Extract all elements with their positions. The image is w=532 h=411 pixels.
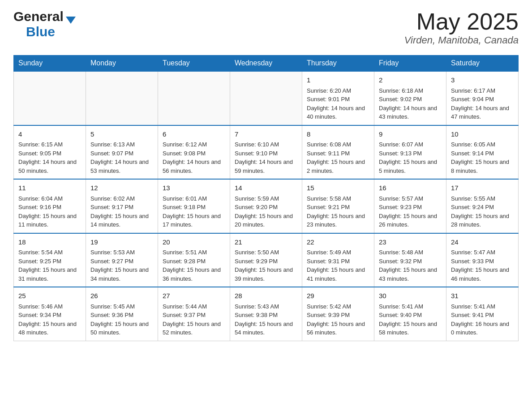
col-header-monday: Monday [86,56,158,72]
day-info: Sunrise: 5:42 AM Sunset: 9:39 PM Dayligh… [307,302,369,337]
day-info: Sunrise: 6:13 AM Sunset: 9:07 PM Dayligh… [90,140,153,175]
day-number: 26 [90,291,153,301]
week-row-1: 1Sunrise: 6:20 AM Sunset: 9:01 PM Daylig… [14,71,519,125]
day-info: Sunrise: 5:53 AM Sunset: 9:27 PM Dayligh… [90,248,153,283]
day-cell: 19Sunrise: 5:53 AM Sunset: 9:27 PM Dayli… [86,233,158,287]
week-row-4: 18Sunrise: 5:54 AM Sunset: 9:25 PM Dayli… [14,233,519,287]
day-info: Sunrise: 6:05 AM Sunset: 9:14 PM Dayligh… [451,140,514,175]
day-info: Sunrise: 6:10 AM Sunset: 9:10 PM Dayligh… [235,140,297,175]
day-info: Sunrise: 5:50 AM Sunset: 9:29 PM Dayligh… [235,248,297,283]
logo-general-text: General [13,9,64,24]
day-number: 31 [451,291,514,301]
day-cell: 28Sunrise: 5:43 AM Sunset: 9:38 PM Dayli… [230,287,302,341]
day-cell: 14Sunrise: 5:59 AM Sunset: 9:20 PM Dayli… [230,179,302,233]
day-number: 24 [451,237,514,248]
day-number: 30 [379,291,442,301]
day-number: 21 [235,237,297,248]
day-cell: 7Sunrise: 6:10 AM Sunset: 9:10 PM Daylig… [230,125,302,180]
day-info: Sunrise: 6:04 AM Sunset: 9:16 PM Dayligh… [18,194,81,229]
day-number: 14 [235,183,297,193]
day-cell: 10Sunrise: 6:05 AM Sunset: 9:14 PM Dayli… [446,125,519,180]
day-cell: 15Sunrise: 5:58 AM Sunset: 9:21 PM Dayli… [302,179,374,233]
day-cell: 17Sunrise: 5:55 AM Sunset: 9:24 PM Dayli… [446,179,519,233]
day-cell: 13Sunrise: 6:01 AM Sunset: 9:18 PM Dayli… [158,179,230,233]
day-info: Sunrise: 6:20 AM Sunset: 9:01 PM Dayligh… [307,86,369,121]
day-info: Sunrise: 5:49 AM Sunset: 9:31 PM Dayligh… [307,248,369,283]
day-number: 16 [379,183,442,193]
day-number: 20 [163,237,225,248]
day-cell: 20Sunrise: 5:51 AM Sunset: 9:28 PM Dayli… [158,233,230,287]
day-number: 23 [379,237,442,248]
day-number: 1 [307,75,369,86]
day-cell [158,71,230,125]
day-cell: 30Sunrise: 5:41 AM Sunset: 9:40 PM Dayli… [374,287,446,341]
day-cell [230,71,302,125]
day-info: Sunrise: 5:51 AM Sunset: 9:28 PM Dayligh… [163,248,225,283]
day-info: Sunrise: 5:41 AM Sunset: 9:41 PM Dayligh… [451,302,514,337]
day-info: Sunrise: 5:58 AM Sunset: 9:21 PM Dayligh… [307,194,369,229]
day-cell: 5Sunrise: 6:13 AM Sunset: 9:07 PM Daylig… [86,125,158,180]
day-number: 13 [163,183,225,193]
day-info: Sunrise: 5:44 AM Sunset: 9:37 PM Dayligh… [163,302,225,337]
day-cell: 24Sunrise: 5:47 AM Sunset: 9:33 PM Dayli… [446,233,519,287]
week-row-3: 11Sunrise: 6:04 AM Sunset: 9:16 PM Dayli… [14,179,519,233]
day-info: Sunrise: 6:01 AM Sunset: 9:18 PM Dayligh… [163,194,225,229]
day-cell: 1Sunrise: 6:20 AM Sunset: 9:01 PM Daylig… [302,71,374,125]
location-subtitle: Virden, Manitoba, Canada [404,34,519,46]
page-header: General Blue May 2025 Virden, Manitoba, … [13,9,519,46]
logo-blue-text: Blue [26,24,55,39]
day-number: 6 [163,129,225,140]
day-cell: 6Sunrise: 6:12 AM Sunset: 9:08 PM Daylig… [158,125,230,180]
day-number: 27 [163,291,225,301]
day-info: Sunrise: 5:43 AM Sunset: 9:38 PM Dayligh… [235,302,297,337]
day-info: Sunrise: 5:59 AM Sunset: 9:20 PM Dayligh… [235,194,297,229]
day-info: Sunrise: 5:46 AM Sunset: 9:34 PM Dayligh… [18,302,81,337]
day-cell: 22Sunrise: 5:49 AM Sunset: 9:31 PM Dayli… [302,233,374,287]
day-cell: 25Sunrise: 5:46 AM Sunset: 9:34 PM Dayli… [14,287,86,341]
day-number: 2 [379,75,442,86]
day-cell: 4Sunrise: 6:15 AM Sunset: 9:05 PM Daylig… [14,125,86,180]
day-cell: 3Sunrise: 6:17 AM Sunset: 9:04 PM Daylig… [446,71,519,125]
day-cell: 12Sunrise: 6:02 AM Sunset: 9:17 PM Dayli… [86,179,158,233]
day-info: Sunrise: 5:55 AM Sunset: 9:24 PM Dayligh… [451,194,514,229]
day-cell: 23Sunrise: 5:48 AM Sunset: 9:32 PM Dayli… [374,233,446,287]
day-info: Sunrise: 6:08 AM Sunset: 9:11 PM Dayligh… [307,140,369,175]
week-row-2: 4Sunrise: 6:15 AM Sunset: 9:05 PM Daylig… [14,125,519,180]
day-info: Sunrise: 6:02 AM Sunset: 9:17 PM Dayligh… [90,194,153,229]
day-cell: 29Sunrise: 5:42 AM Sunset: 9:39 PM Dayli… [302,287,374,341]
day-info: Sunrise: 5:45 AM Sunset: 9:36 PM Dayligh… [90,302,153,337]
calendar-table: SundayMondayTuesdayWednesdayThursdayFrid… [13,55,519,341]
day-number: 12 [90,183,153,193]
day-info: Sunrise: 6:18 AM Sunset: 9:02 PM Dayligh… [379,86,442,121]
day-cell: 18Sunrise: 5:54 AM Sunset: 9:25 PM Dayli… [14,233,86,287]
day-info: Sunrise: 5:41 AM Sunset: 9:40 PM Dayligh… [379,302,442,337]
day-cell [86,71,158,125]
week-row-5: 25Sunrise: 5:46 AM Sunset: 9:34 PM Dayli… [14,287,519,341]
day-number: 28 [235,291,297,301]
day-cell: 31Sunrise: 5:41 AM Sunset: 9:41 PM Dayli… [446,287,519,341]
logo: General Blue [13,9,76,39]
day-number: 18 [18,237,81,248]
day-cell: 26Sunrise: 5:45 AM Sunset: 9:36 PM Dayli… [86,287,158,341]
day-cell: 21Sunrise: 5:50 AM Sunset: 9:29 PM Dayli… [230,233,302,287]
day-number: 17 [451,183,514,193]
day-number: 25 [18,291,81,301]
day-cell: 8Sunrise: 6:08 AM Sunset: 9:11 PM Daylig… [302,125,374,180]
logo-arrow-icon [66,17,76,24]
calendar-header-row: SundayMondayTuesdayWednesdayThursdayFrid… [14,56,519,72]
day-info: Sunrise: 5:54 AM Sunset: 9:25 PM Dayligh… [18,248,81,283]
month-year-title: May 2025 [404,9,519,34]
day-info: Sunrise: 6:07 AM Sunset: 9:13 PM Dayligh… [379,140,442,175]
col-header-wednesday: Wednesday [230,56,302,72]
day-info: Sunrise: 6:12 AM Sunset: 9:08 PM Dayligh… [163,140,225,175]
col-header-sunday: Sunday [14,56,86,72]
day-number: 15 [307,183,369,193]
col-header-tuesday: Tuesday [158,56,230,72]
day-number: 9 [379,129,442,140]
day-number: 3 [451,75,514,86]
col-header-friday: Friday [374,56,446,72]
day-number: 8 [307,129,369,140]
day-info: Sunrise: 5:48 AM Sunset: 9:32 PM Dayligh… [379,248,442,283]
day-number: 19 [90,237,153,248]
day-number: 22 [307,237,369,248]
